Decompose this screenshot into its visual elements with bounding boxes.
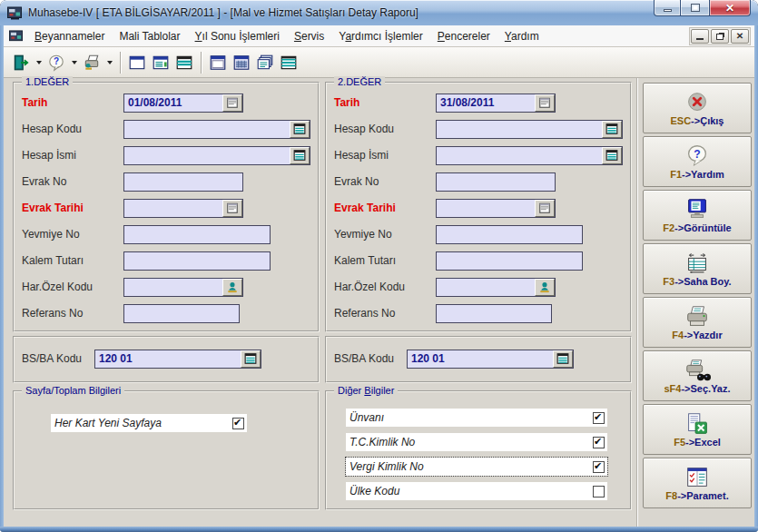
checkbox-row-her-kart[interactable]: Her Kart Yeni Sayfaya [51, 414, 247, 432]
mdi-minimize-button[interactable] [691, 29, 709, 44]
mdi-system-icon[interactable] [9, 30, 24, 43]
calendar-button[interactable] [535, 200, 555, 217]
har-ozel-kodu-input-1[interactable] [123, 278, 243, 297]
special-code-button[interactable] [222, 279, 242, 296]
list-lookup-button[interactable] [602, 147, 622, 164]
har-ozel-kodu-input-2[interactable] [436, 278, 556, 297]
evrak-no-input-2[interactable] [436, 172, 556, 192]
evrak-tarihi-input-2[interactable] [436, 199, 556, 218]
evrak-no-input-1[interactable] [123, 172, 243, 192]
tarih-input-2[interactable]: 31/08/2011 [436, 94, 556, 113]
maximize-button[interactable] [681, 0, 709, 16]
field-label: Evrak No [334, 175, 436, 188]
list-lookup-button[interactable] [241, 350, 261, 368]
checkbox-label: Vergi Kimlik No [346, 460, 593, 473]
calendar-button[interactable] [222, 200, 242, 217]
mdi-restore-button[interactable] [711, 29, 729, 44]
form-toolbar-button[interactable] [125, 51, 149, 74]
yevmiye-no-input-2[interactable] [436, 225, 583, 244]
tarih-input-1[interactable]: 01/08/2011 [123, 94, 243, 113]
exit-dropdown-button[interactable] [33, 51, 44, 74]
yevmiye-no-input-1[interactable] [123, 225, 271, 244]
field-label: BS/BA Kodu [22, 352, 94, 365]
tc-kimlik-checkbox[interactable] [593, 437, 605, 448]
report-form-toolbar-button[interactable] [206, 51, 230, 74]
mdi-minimize-icon [696, 38, 704, 40]
referans-no-input-1[interactable] [123, 304, 240, 323]
field-row: BS/BA Kodu 120 01 [22, 349, 310, 369]
field-row: Hesap İsmi [334, 145, 623, 165]
help-toolbar-button[interactable]: ? [44, 51, 68, 74]
field-label: Hesap İsmi [334, 149, 436, 162]
f8-parametreler-button[interactable]: F8->Paramet. [643, 458, 752, 508]
bsba-box-2: BS/BA Kodu 120 01 [325, 336, 632, 383]
close-button[interactable]: ✕ [709, 0, 751, 16]
special-code-button[interactable] [535, 279, 555, 296]
minimize-button[interactable] [654, 0, 681, 16]
kalem-tutari-input-1[interactable] [123, 251, 271, 271]
kalem-tutari-input-2[interactable] [436, 251, 583, 271]
menu-mali-tablolar[interactable]: Mali Tablolar [112, 27, 187, 45]
list-lookup-button[interactable] [553, 350, 573, 368]
mdi-close-button[interactable]: ✕ [731, 29, 749, 44]
help-dropdown-button[interactable] [68, 51, 80, 74]
svg-text:?: ? [54, 56, 59, 66]
user-icon [226, 281, 239, 293]
field-row: Tarih 31/08/2011 [334, 93, 623, 113]
list-lookup-button[interactable] [602, 121, 622, 138]
checkbox-row-vergi-kimlik[interactable]: Vergi Kimlik No [346, 458, 607, 476]
ulke-kodu-checkbox[interactable] [593, 486, 605, 498]
vergi-kimlik-checkbox[interactable] [593, 461, 605, 473]
field-label: Hesap Kodu [334, 123, 436, 135]
field-row: Referans No [22, 303, 310, 323]
dispatch-toolbar-button[interactable] [80, 51, 103, 74]
checkbox-row-ulke-kodu[interactable]: Ülke Kodu [346, 482, 607, 500]
calendar-icon [538, 96, 551, 109]
dispatch-dropdown-button[interactable] [103, 51, 115, 74]
field-label: Hesap İsmi [22, 149, 123, 162]
checkbox-row-tc-kimlik[interactable]: T.C.Kimlik No [346, 433, 607, 451]
referans-no-input-2[interactable] [436, 304, 552, 323]
f3-saha-boy-button[interactable]: F3->Saha Boy. [643, 243, 752, 294]
menu-beyannameler[interactable]: Beyannameler [27, 27, 112, 45]
f4-yazdir-button[interactable]: F4->Yazdır [643, 297, 752, 348]
list-report-toolbar-button[interactable] [277, 51, 300, 74]
bsba-kodu-input-2[interactable]: 120 01 [407, 350, 574, 369]
evrak-tarihi-input-1[interactable] [123, 199, 243, 218]
f1-yardim-button[interactable]: ? F1->Yardım [643, 136, 752, 187]
menu-yil-sonu-islemleri[interactable]: Yıl Sonu İşlemleri [188, 27, 287, 45]
form-list-toolbar-button[interactable] [149, 51, 172, 74]
unvani-checkbox[interactable] [593, 412, 605, 424]
field-size-icon [684, 251, 711, 275]
window-icon [128, 54, 146, 72]
mdi-restore-icon [716, 34, 724, 40]
checkbox-label: Ünvanı [346, 411, 593, 424]
calendar-button[interactable] [535, 94, 555, 112]
hesap-ismi-input-1[interactable] [123, 146, 310, 165]
hesap-kodu-input-1[interactable] [123, 120, 310, 139]
sf4-sec-yaz-button[interactable]: sF4->Seç.Yaz. [643, 350, 752, 401]
report-grid-toolbar-button[interactable] [230, 51, 253, 74]
esc-cikis-button[interactable]: ESC->Çıkış [643, 83, 752, 133]
hesap-ismi-input-2[interactable] [436, 146, 623, 165]
f5-excel-button[interactable]: F5->Excel [643, 404, 752, 455]
mdi-window-controls: ✕ [689, 27, 751, 45]
menu-servis[interactable]: Servis [287, 27, 331, 45]
menu-yardimci-islemler[interactable]: Yardımcı İşlemler [331, 27, 430, 45]
her-kart-checkbox[interactable] [232, 418, 244, 429]
list-lookup-button[interactable] [290, 147, 310, 164]
exit-toolbar-button[interactable] [9, 51, 33, 74]
minimize-icon [664, 9, 672, 12]
checkbox-row-unvani[interactable]: Ünvanı [346, 409, 607, 427]
table-toolbar-button[interactable] [172, 51, 196, 74]
hesap-kodu-input-2[interactable] [436, 120, 623, 139]
menu-pencereler[interactable]: Pencereler [430, 27, 497, 45]
field-row: Evrak No [334, 172, 623, 192]
field-label: Yevmiye No [22, 228, 123, 241]
bsba-kodu-input-1[interactable]: 120 01 [94, 350, 261, 369]
list-lookup-button[interactable] [290, 121, 310, 138]
f2-goruntule-button[interactable]: F2->Görüntüle [643, 190, 752, 241]
copies-toolbar-button[interactable] [253, 51, 277, 74]
menu-yardim[interactable]: Yardım [497, 27, 546, 45]
calendar-button[interactable] [222, 94, 242, 112]
